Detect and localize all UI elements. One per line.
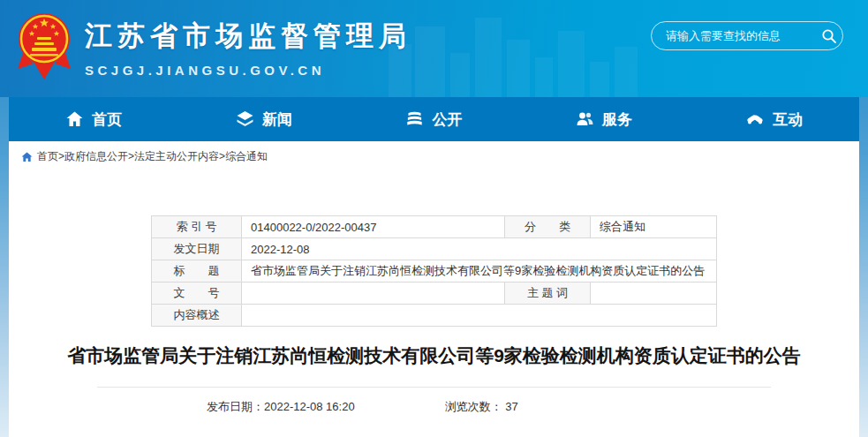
books-icon: [405, 110, 424, 128]
search-icon: [821, 28, 837, 44]
nav-item-news[interactable]: 新闻: [179, 97, 350, 141]
skyline-decoration: [389, 13, 671, 97]
index-number-value: 01400022-0/2022-00437: [242, 216, 505, 238]
publish-date-label: 发布日期：: [207, 400, 264, 413]
index-number-label: 索 引 号: [152, 216, 242, 238]
layers-icon: [236, 110, 254, 128]
site-title-block: 江苏省市场监督管理局 SCJGJ.JIANGSU.GOV.CN: [85, 18, 411, 78]
divider: [97, 387, 771, 388]
table-row: 内容概述: [152, 305, 717, 327]
nav-item-services[interactable]: 服务: [519, 97, 690, 141]
keywords-label: 主 题 词: [505, 283, 591, 305]
breadcrumb-home-icon: [21, 152, 33, 162]
search-box: [651, 21, 843, 50]
site-name: 江苏省市场监督管理局: [85, 18, 411, 55]
nav-item-label: 互动: [773, 109, 803, 130]
site-url: SCJGJ.JIANGSU.GOV.CN: [85, 63, 411, 78]
users-icon: [576, 110, 594, 128]
site-logo[interactable]: 江苏省市场监督管理局 SCJGJ.JIANGSU.GOV.CN: [16, 11, 411, 85]
document-info-table: 索 引 号 01400022-0/2022-00437 分 类 综合通知 发文日…: [151, 215, 717, 327]
handshake-icon: [745, 110, 765, 128]
table-row: 文 号 主 题 词: [152, 283, 717, 305]
national-emblem-icon: [16, 11, 72, 85]
table-row: 发文日期 2022-12-08: [152, 238, 717, 260]
issue-date-label: 发文日期: [152, 238, 242, 260]
category-value: 综合通知: [591, 216, 717, 238]
doc-title-label: 标 题: [152, 260, 242, 283]
site-header: 江苏省市场监督管理局 SCJGJ.JIANGSU.GOV.CN: [0, 0, 868, 97]
doc-number-label: 文 号: [152, 283, 242, 305]
keywords-value: [591, 283, 717, 305]
view-count-label: 浏览次数：: [445, 400, 502, 413]
nav-item-label: 服务: [602, 109, 632, 130]
doc-number-value: [242, 283, 505, 305]
breadcrumb: 首页>政府信息公开>法定主动公开内容>综合通知: [9, 141, 859, 170]
doc-title-value: 省市场监管局关于注销江苏尚恒检测技术有限公司等9家检验检测机构资质认定证书的公告: [242, 260, 717, 283]
table-row: 索 引 号 01400022-0/2022-00437 分 类 综合通知: [152, 216, 717, 238]
content-area: 首页>政府信息公开>法定主动公开内容>综合通知 索 引 号 01400022-0…: [9, 141, 859, 437]
view-count: 浏览次数： 37: [445, 399, 518, 415]
page-title: 省市场监管局关于注销江苏尚恒检测技术有限公司等9家检验检测机构资质认定证书的公告: [62, 339, 806, 373]
summary-label: 内容概述: [152, 305, 242, 327]
article-meta: 发布日期：2022-12-08 16:20 浏览次数： 37: [9, 399, 859, 415]
home-icon: [65, 110, 84, 128]
search-button[interactable]: [821, 28, 837, 44]
view-count-value: 37: [505, 400, 517, 413]
summary-value: [242, 305, 717, 327]
publish-date: 发布日期：2022-12-08 16:20: [207, 399, 355, 415]
main-nav: 首页 新闻 公开 服务 互动: [9, 97, 859, 141]
category-label: 分 类: [505, 216, 591, 238]
publish-date-value: 2022-12-08 16:20: [264, 400, 355, 413]
breadcrumb-path[interactable]: 首页>政府信息公开>法定主动公开内容>综合通知: [37, 149, 268, 164]
nav-item-label: 新闻: [262, 109, 292, 130]
nav-item-home[interactable]: 首页: [9, 97, 179, 141]
nav-item-label: 公开: [432, 109, 462, 130]
nav-item-label: 首页: [92, 109, 122, 130]
search-input[interactable]: [666, 29, 821, 42]
nav-item-interaction[interactable]: 互动: [689, 97, 859, 141]
issue-date-value: 2022-12-08: [242, 238, 717, 260]
table-row: 标 题 省市场监管局关于注销江苏尚恒检测技术有限公司等9家检验检测机构资质认定证…: [152, 260, 717, 283]
nav-item-disclosure[interactable]: 公开: [349, 97, 519, 141]
